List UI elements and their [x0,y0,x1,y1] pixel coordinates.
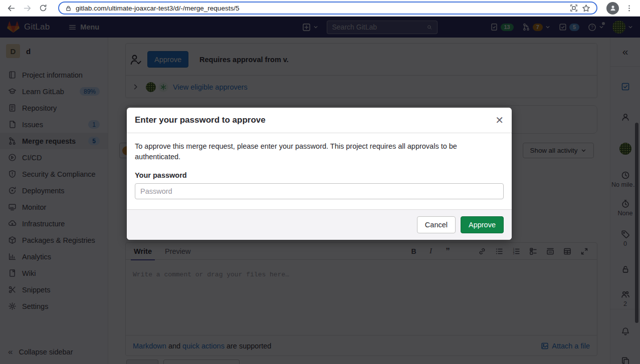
browser-profile-button[interactable] [606,2,619,15]
browser-back-button[interactable] [5,2,17,14]
browser-reload-button[interactable] [37,2,49,14]
browser-toolbar: gitlab.com/ultimate-joaxcar-test3/d/-/me… [0,0,640,17]
person-icon [609,5,616,12]
address-bar[interactable]: gitlab.com/ultimate-joaxcar-test3/d/-/me… [58,2,597,15]
password-label: Your password [135,171,504,179]
password-input[interactable] [135,183,504,199]
modal-body: To approve this merge request, please en… [127,133,512,209]
modal-approve-button[interactable]: Approve [461,216,504,233]
password-modal: Enter your password to approve ✕ To appr… [127,108,512,240]
close-icon[interactable]: ✕ [495,115,504,125]
arrow-left-icon [7,4,16,13]
modal-message: To approve this merge request, please en… [135,141,504,162]
page-scrollbar[interactable] [635,123,638,323]
modal-header: Enter your password to approve ✕ [127,108,512,133]
browser-menu-button[interactable] [623,2,635,14]
lock-icon [65,5,72,12]
browser-forward-button[interactable] [21,2,33,14]
screen: gitlab.com/ultimate-joaxcar-test3/d/-/me… [0,0,640,364]
arrow-right-icon [23,4,32,13]
bookmark-star-icon[interactable] [582,4,590,13]
page: GitLab Menu 13 [0,17,640,364]
cancel-button[interactable]: Cancel [417,216,456,233]
modal-title: Enter your password to approve [135,115,266,125]
dots-vertical-icon [625,5,633,12]
screenshot-icon[interactable] [570,4,578,12]
modal-footer: Cancel Approve [127,209,512,240]
url-text: gitlab.com/ultimate-joaxcar-test3/d/-/me… [76,5,566,12]
reload-icon [39,4,47,12]
